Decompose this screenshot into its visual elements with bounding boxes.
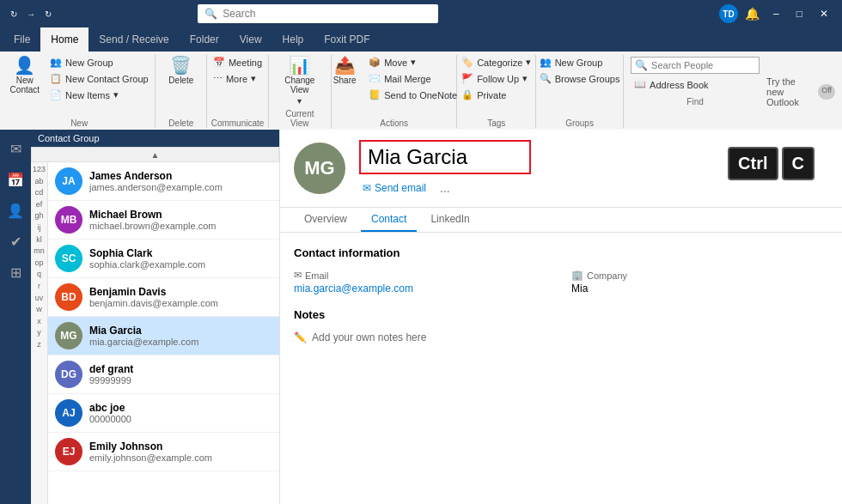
c-key: C — [782, 147, 815, 180]
new-outlook-toggle[interactable] — [818, 84, 835, 100]
contact-name: Mia Garcia — [89, 325, 272, 337]
contact-name: def grant — [89, 363, 272, 375]
back-btn[interactable]: ↻ — [7, 7, 21, 21]
new-items-dropdown-icon: ▾ — [113, 89, 119, 100]
more-actions-button[interactable]: ... — [436, 179, 454, 197]
ribbon-right-area: 🔍 📖 Address Book Find Try the new Outloo… — [624, 55, 842, 128]
sidebar-contacts-icon[interactable]: 👤 — [3, 198, 27, 222]
contact-email: mia.garcia@example.com — [89, 337, 272, 347]
tab-file[interactable]: File — [3, 27, 40, 52]
tab-contact[interactable]: Contact — [361, 208, 417, 232]
sidebar-icons: ✉ 📅 👤 ✔ ⊞ — [0, 130, 31, 504]
alpha-ab[interactable]: ab — [33, 176, 45, 187]
refresh-btn[interactable]: ↻ — [41, 7, 55, 21]
move-button[interactable]: 📦 Move ▾ — [365, 55, 461, 70]
ribbon-new-content: 👤 New Contact 👥 New Group 📋 New Contact … — [7, 55, 152, 117]
contact-item[interactable]: BD Benjamin Davis benjamin.davis@example… — [48, 278, 279, 317]
alpha-mn[interactable]: mn — [32, 246, 46, 257]
tab-view[interactable]: View — [229, 27, 272, 52]
browse-groups-button[interactable]: 🔍 Browse Groups — [536, 71, 624, 86]
tab-folder[interactable]: Folder — [180, 27, 229, 52]
delete-button[interactable]: 🗑️ Delete — [164, 55, 198, 87]
change-view-button[interactable]: 📊 Change View ▾ — [276, 55, 324, 107]
follow-up-button[interactable]: 🚩 Follow Up ▾ — [458, 71, 534, 86]
contact-item[interactable]: EJ Emily Johnson emily.johnson@example.c… — [48, 433, 279, 471]
alpha-x[interactable]: x — [35, 316, 43, 327]
alpha-ef[interactable]: ef — [34, 199, 45, 210]
minimize-btn[interactable]: – — [766, 0, 786, 27]
tab-home[interactable]: Home — [40, 27, 88, 52]
ribbon-actions-content: 📤 Share 📦 Move ▾ ✉️ Mail Merge 📒 Send to… — [327, 55, 461, 117]
tab-foxit[interactable]: Foxit PDF — [314, 27, 380, 52]
contacts-scroll[interactable]: JA James Anderson james.anderson@example… — [48, 162, 279, 504]
mail-merge-button[interactable]: ✉️ Mail Merge — [365, 71, 461, 86]
contact-item[interactable]: SC Sophia Clark sophia.clark@example.com — [48, 240, 279, 278]
alpha-op[interactable]: op — [33, 258, 45, 269]
new-items-icon: 📄 — [50, 89, 62, 100]
contact-name: abc joe — [89, 402, 272, 414]
sidebar-todo-icon[interactable]: ✔ — [3, 229, 27, 253]
tab-overview[interactable]: Overview — [294, 208, 357, 232]
address-book-button[interactable]: 📖 Address Book — [631, 77, 760, 92]
add-notes-button[interactable]: ✏️ Add your own notes here — [294, 331, 828, 343]
alpha-ij[interactable]: ij — [36, 222, 43, 234]
notification-icon[interactable]: 🔔 — [741, 5, 763, 22]
sidebar-mail-icon[interactable]: ✉ — [3, 137, 27, 161]
new-items-button[interactable]: 📄 New Items ▾ — [46, 88, 152, 102]
contact-name: James Anderson — [89, 170, 272, 182]
send-to-onenote-button[interactable]: 📒 Send to OneNote — [365, 88, 461, 102]
search-people-icon: 🔍 — [635, 59, 648, 71]
new-contact-button[interactable]: 👤 New Contact — [7, 55, 43, 96]
sidebar-calendar-icon[interactable]: 📅 — [3, 167, 27, 191]
new-group-icon: 👥 — [50, 57, 62, 68]
contact-item[interactable]: AJ abc joe 00000000 — [48, 394, 279, 433]
alpha-kl[interactable]: kl — [34, 234, 44, 246]
email-value[interactable]: mia.garcia@example.com — [294, 282, 551, 295]
more-icon: ⋯ — [213, 73, 223, 84]
contact-item[interactable]: MB Michael Brown michael.brown@example.c… — [48, 201, 279, 240]
forward-btn[interactable]: → — [24, 7, 38, 21]
alpha-uv[interactable]: uv — [34, 293, 46, 304]
alpha-w[interactable]: w — [34, 304, 44, 315]
alpha-q[interactable]: q — [35, 269, 43, 280]
detail-name-box[interactable]: Mia Garcia — [359, 140, 531, 174]
user-avatar[interactable]: TD — [719, 4, 738, 23]
search-people-box[interactable]: 🔍 — [631, 57, 760, 74]
alpha-z[interactable]: z — [35, 339, 43, 350]
search-people-input[interactable] — [651, 60, 754, 70]
tab-help[interactable]: Help — [272, 27, 314, 52]
title-search-bar[interactable]: 🔍 — [198, 4, 438, 23]
title-bar-right: TD 🔔 – □ ✕ — [719, 0, 835, 27]
maximize-btn[interactable]: □ — [790, 0, 809, 27]
contact-info: Emily Johnson emily.johnson@example.com — [89, 440, 272, 463]
new-group-btn[interactable]: 👥 New Group — [536, 55, 624, 70]
alpha-gh[interactable]: gh — [33, 210, 45, 222]
contact-item[interactable]: JA James Anderson james.anderson@example… — [48, 162, 279, 201]
detail-avatar: MG — [294, 143, 345, 194]
tab-linkedin[interactable]: LinkedIn — [420, 208, 479, 232]
new-group-button[interactable]: 👥 New Group — [46, 55, 152, 70]
meeting-button[interactable]: 📅 Meeting — [210, 55, 265, 70]
tab-send-receive[interactable]: Send / Receive — [88, 27, 179, 52]
share-button[interactable]: 📤 Share — [327, 55, 362, 87]
alpha-cd[interactable]: cd — [34, 187, 46, 198]
send-email-button[interactable]: ✉ Send email — [359, 180, 430, 196]
alpha-123[interactable]: 123 — [31, 164, 47, 175]
alpha-r[interactable]: r — [36, 281, 42, 292]
new-contact-icon: 👤 — [14, 57, 35, 74]
title-search-input[interactable] — [223, 8, 431, 20]
categorize-button[interactable]: 🏷️ Categorize ▾ — [458, 55, 534, 70]
contact-item[interactable]: DG def grant 99999999 — [48, 355, 279, 394]
contact-item[interactable]: MG Mia Garcia mia.garcia@example.com — [48, 317, 279, 355]
delete-icon: 🗑️ — [170, 57, 192, 74]
close-btn[interactable]: ✕ — [813, 0, 835, 27]
new-contact-group-button[interactable]: 📋 New Contact Group — [46, 71, 152, 86]
more-button[interactable]: ⋯ More ▾ — [210, 71, 265, 86]
private-button[interactable]: 🔒 Private — [458, 88, 534, 102]
sidebar-apps-icon[interactable]: ⊞ — [3, 260, 27, 284]
contact-avatar: MG — [55, 322, 82, 349]
alpha-y[interactable]: y — [35, 327, 43, 338]
contact-list-body: 123 ab cd ef gh ij kl mn op q r uv w x y… — [31, 162, 279, 504]
scroll-up-btn[interactable]: ▲ — [31, 147, 279, 162]
tags-group-label: Tags — [487, 118, 505, 128]
